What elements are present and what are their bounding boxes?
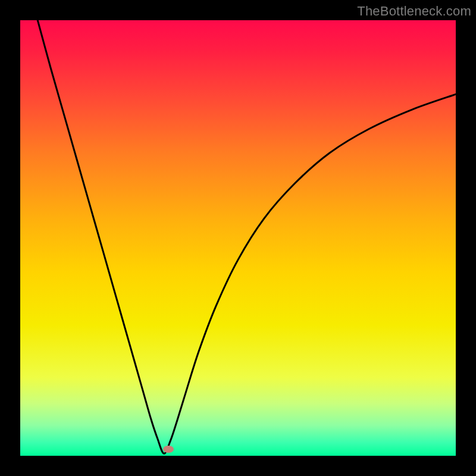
chart-frame: TheBottleneck.com: [0, 0, 476, 476]
optimal-point-marker: [163, 446, 174, 453]
bottleneck-curve: [20, 20, 456, 456]
plot-area: [20, 20, 456, 456]
watermark-text: TheBottleneck.com: [357, 4, 471, 19]
